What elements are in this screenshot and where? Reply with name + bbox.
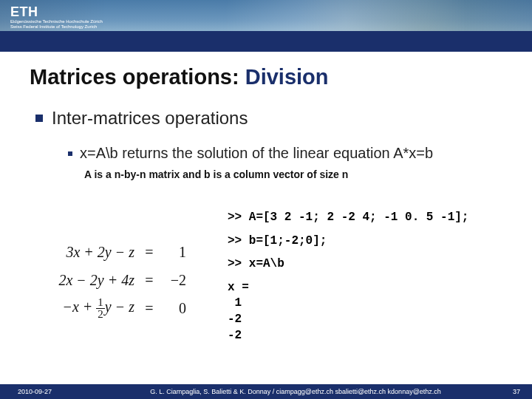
equation-row-1: 3x + 2y − z = 1 [16,238,216,266]
eq3-frac-den: 2 [96,309,105,320]
eth-subtitle-line2: Swiss Federal Institute of Technology Zu… [10,24,97,29]
eq3-rhs: 0 [157,300,186,317]
footer-bar: 2010-09-27 G. L. Ciampaglia, S. Balietti… [0,384,532,399]
slide: ETH Eidgenössische Technische Hochschule… [0,0,532,399]
footer-credits: G. L. Ciampaglia, S. Balietti & K. Donna… [96,388,495,395]
bullet-level-1: Inter-matrices operations [35,108,248,129]
footer-page-number: 37 [495,388,532,395]
equation-row-2: 2x − 2y + 4z = −2 [16,266,216,294]
equation-row-3: −x + 12y − z = 0 [16,294,216,322]
eq1-equals: = [142,244,157,261]
eq2-lhs: 2x − 2y + 4z [16,272,142,289]
code-line-1: >> A=[3 2 -1; 2 -2 4; -1 0. 5 -1]; [228,210,523,226]
bullet-level-2-text: x=A\b returns the solution of the linear… [80,145,433,162]
slide-title: Matrices operations: Division [30,65,329,89]
code-line-2: >> b=[1;-2;0]; [228,233,523,250]
bullet-square-icon [35,115,43,122]
eth-logo: ETH [10,4,38,20]
eq3-frac-num: 1 [96,297,105,309]
bullet-level-2: x=A\b returns the solution of the linear… [68,145,433,162]
eq2-rhs: −2 [157,272,186,289]
title-main: Matrices operations: [30,65,239,89]
eq3-equals: = [142,300,157,317]
eq3-lhs: −x + 12y − z [16,297,142,320]
title-accent: Division [239,65,329,89]
eq1-lhs: 3x + 2y − z [16,244,142,261]
bullet-square-small-icon [68,151,72,156]
header-blue-bar [0,31,532,52]
bullet-level-1-text: Inter-matrices operations [52,108,248,129]
code-result: x = 1 -2 -2 [228,280,523,344]
eq1-rhs: 1 [157,244,186,261]
eth-subtitle-line1: Eidgenössische Technische Hochschule Zür… [10,19,103,24]
footer-date: 2010-09-27 [0,388,96,395]
bullet-note: A is a n-by-n matrix and b is a column v… [84,168,348,180]
header-banner: ETH Eidgenössische Technische Hochschule… [0,0,532,52]
code-block: >> A=[3 2 -1; 2 -2 4; -1 0. 5 -1]; >> b=… [228,210,523,344]
code-line-3: >> x=A\b [228,256,523,273]
equation-system: 3x + 2y − z = 1 2x − 2y + 4z = −2 −x + 1… [16,238,216,322]
eq2-equals: = [142,272,157,289]
eth-subtitle: Eidgenössische Technische Hochschule Zür… [10,19,103,30]
